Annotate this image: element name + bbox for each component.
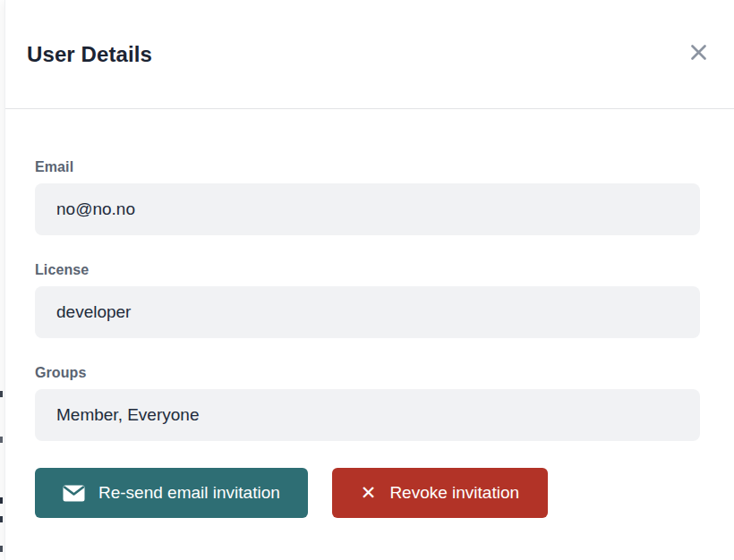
field-group-license: License [35,262,700,338]
resend-button-label: Re-send email invitation [98,483,280,503]
license-field-label: License [35,262,700,278]
envelope-icon [63,485,85,502]
field-group-email: Email [35,159,700,235]
revoke-button-label: Revoke invitation [389,483,519,503]
groups-field[interactable] [35,389,700,441]
license-field[interactable] [35,286,700,338]
modal-header: User Details [5,0,734,109]
close-icon [688,42,709,63]
background-page-fragment [0,497,3,504]
field-group-groups: Groups [35,365,700,441]
email-field-label: Email [35,159,700,175]
background-page-fragment [0,391,3,397]
modal-body: Email License Groups Re-send email invit… [5,109,734,518]
background-page-fragment [0,546,3,552]
revoke-invitation-button[interactable]: ✕ Revoke invitation [332,468,548,518]
user-details-modal: User Details Email License Groups [4,0,734,560]
close-button[interactable] [684,38,713,66]
actions-row: Re-send email invitation ✕ Revoke invita… [35,468,700,518]
background-page-fragment [0,516,3,522]
email-field[interactable] [35,183,700,235]
resend-email-invitation-button[interactable]: Re-send email invitation [35,468,308,518]
groups-field-label: Groups [35,365,700,381]
background-page-fragment [0,437,3,443]
x-mark-icon: ✕ [361,483,377,502]
page-title: User Details [27,42,152,67]
